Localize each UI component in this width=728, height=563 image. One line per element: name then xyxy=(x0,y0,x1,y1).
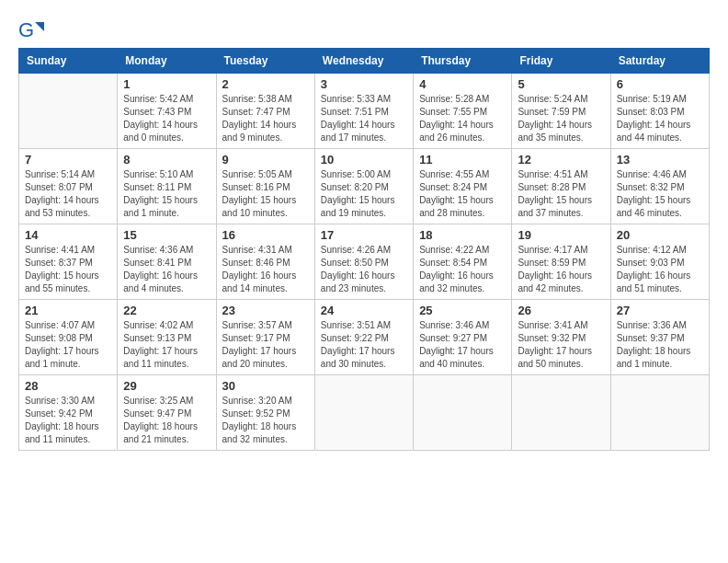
day-number: 19 xyxy=(518,228,604,242)
day-number: 18 xyxy=(419,228,506,242)
calendar-cell: 12Sunrise: 4:51 AM Sunset: 8:28 PM Dayli… xyxy=(512,149,610,224)
calendar-cell: 17Sunrise: 4:26 AM Sunset: 8:50 PM Dayli… xyxy=(314,224,413,300)
calendar-cell: 29Sunrise: 3:25 AM Sunset: 9:47 PM Dayli… xyxy=(118,375,216,451)
calendar-cell: 18Sunrise: 4:22 AM Sunset: 8:54 PM Dayli… xyxy=(414,224,512,300)
day-info: Sunrise: 4:12 AM Sunset: 9:03 PM Dayligh… xyxy=(617,244,703,295)
day-info: Sunrise: 5:05 AM Sunset: 8:16 PM Dayligh… xyxy=(222,168,309,220)
day-number: 25 xyxy=(419,304,506,317)
calendar-cell xyxy=(512,375,610,451)
calendar-cell: 22Sunrise: 4:02 AM Sunset: 9:13 PM Dayli… xyxy=(118,300,216,375)
day-number: 6 xyxy=(617,77,703,91)
day-number: 23 xyxy=(222,304,309,317)
week-row-1: 1Sunrise: 5:42 AM Sunset: 7:43 PM Daylig… xyxy=(19,74,710,149)
day-info: Sunrise: 4:26 AM Sunset: 8:50 PM Dayligh… xyxy=(321,244,407,295)
page-header: G xyxy=(18,18,710,44)
weekday-header-saturday: Saturday xyxy=(610,49,709,74)
calendar-body: 1Sunrise: 5:42 AM Sunset: 7:43 PM Daylig… xyxy=(19,74,710,451)
day-info: Sunrise: 4:02 AM Sunset: 9:13 PM Dayligh… xyxy=(123,319,210,371)
calendar-cell: 7Sunrise: 5:14 AM Sunset: 8:07 PM Daylig… xyxy=(19,149,118,224)
svg-text:G: G xyxy=(18,18,34,41)
week-row-2: 7Sunrise: 5:14 AM Sunset: 8:07 PM Daylig… xyxy=(19,149,710,224)
day-info: Sunrise: 3:30 AM Sunset: 9:42 PM Dayligh… xyxy=(25,395,111,446)
day-number: 29 xyxy=(123,379,210,393)
day-info: Sunrise: 3:57 AM Sunset: 9:17 PM Dayligh… xyxy=(222,319,309,371)
calendar-cell: 30Sunrise: 3:20 AM Sunset: 9:52 PM Dayli… xyxy=(216,375,314,451)
calendar-cell: 10Sunrise: 5:00 AM Sunset: 8:20 PM Dayli… xyxy=(314,149,413,224)
day-info: Sunrise: 5:14 AM Sunset: 8:07 PM Dayligh… xyxy=(25,168,111,220)
day-info: Sunrise: 4:51 AM Sunset: 8:28 PM Dayligh… xyxy=(518,168,604,220)
day-number: 17 xyxy=(321,228,407,242)
calendar-cell: 11Sunrise: 4:55 AM Sunset: 8:24 PM Dayli… xyxy=(414,149,512,224)
day-number: 8 xyxy=(123,153,210,167)
day-info: Sunrise: 4:07 AM Sunset: 9:08 PM Dayligh… xyxy=(25,319,111,371)
day-number: 1 xyxy=(123,77,210,91)
day-number: 5 xyxy=(518,77,604,91)
day-info: Sunrise: 5:28 AM Sunset: 7:55 PM Dayligh… xyxy=(419,93,506,144)
day-number: 3 xyxy=(321,77,407,91)
calendar-cell: 23Sunrise: 3:57 AM Sunset: 9:17 PM Dayli… xyxy=(216,300,314,375)
day-info: Sunrise: 4:17 AM Sunset: 8:59 PM Dayligh… xyxy=(518,244,604,295)
weekday-header-friday: Friday xyxy=(512,49,610,74)
day-number: 15 xyxy=(123,228,210,242)
calendar-cell: 21Sunrise: 4:07 AM Sunset: 9:08 PM Dayli… xyxy=(19,300,118,375)
calendar-cell: 25Sunrise: 3:46 AM Sunset: 9:27 PM Dayli… xyxy=(414,300,512,375)
calendar-cell: 14Sunrise: 4:41 AM Sunset: 8:37 PM Dayli… xyxy=(19,224,118,300)
day-info: Sunrise: 5:38 AM Sunset: 7:47 PM Dayligh… xyxy=(222,93,309,144)
day-info: Sunrise: 3:36 AM Sunset: 9:37 PM Dayligh… xyxy=(617,319,703,371)
day-info: Sunrise: 4:41 AM Sunset: 8:37 PM Dayligh… xyxy=(25,244,111,295)
weekday-header-thursday: Thursday xyxy=(414,49,512,74)
day-info: Sunrise: 3:41 AM Sunset: 9:32 PM Dayligh… xyxy=(518,319,604,371)
weekday-header-monday: Monday xyxy=(118,49,216,74)
day-info: Sunrise: 3:25 AM Sunset: 9:47 PM Dayligh… xyxy=(123,395,210,446)
day-info: Sunrise: 4:36 AM Sunset: 8:41 PM Dayligh… xyxy=(123,244,210,295)
day-number: 9 xyxy=(222,153,309,167)
calendar-cell: 3Sunrise: 5:33 AM Sunset: 7:51 PM Daylig… xyxy=(314,74,413,149)
day-number: 14 xyxy=(25,228,111,242)
day-number: 20 xyxy=(617,228,703,242)
day-info: Sunrise: 4:22 AM Sunset: 8:54 PM Dayligh… xyxy=(419,244,506,295)
weekday-header-wednesday: Wednesday xyxy=(314,49,413,74)
weekday-header-sunday: Sunday xyxy=(19,49,118,74)
day-number: 26 xyxy=(518,304,604,317)
day-number: 24 xyxy=(321,304,407,317)
day-number: 10 xyxy=(321,153,407,167)
week-row-3: 14Sunrise: 4:41 AM Sunset: 8:37 PM Dayli… xyxy=(19,224,710,300)
calendar-cell xyxy=(19,74,118,149)
day-info: Sunrise: 5:42 AM Sunset: 7:43 PM Dayligh… xyxy=(123,93,210,144)
calendar-cell: 2Sunrise: 5:38 AM Sunset: 7:47 PM Daylig… xyxy=(216,74,314,149)
calendar-cell: 13Sunrise: 4:46 AM Sunset: 8:32 PM Dayli… xyxy=(610,149,709,224)
calendar-cell: 8Sunrise: 5:10 AM Sunset: 8:11 PM Daylig… xyxy=(118,149,216,224)
calendar-cell: 5Sunrise: 5:24 AM Sunset: 7:59 PM Daylig… xyxy=(512,74,610,149)
day-info: Sunrise: 4:31 AM Sunset: 8:46 PM Dayligh… xyxy=(222,244,309,295)
calendar-cell: 9Sunrise: 5:05 AM Sunset: 8:16 PM Daylig… xyxy=(216,149,314,224)
day-number: 7 xyxy=(25,153,111,167)
calendar-cell xyxy=(414,375,512,451)
logo-icon: G xyxy=(18,18,44,44)
calendar-cell xyxy=(314,375,413,451)
day-number: 4 xyxy=(419,77,506,91)
day-info: Sunrise: 5:19 AM Sunset: 8:03 PM Dayligh… xyxy=(617,93,703,144)
calendar-cell: 4Sunrise: 5:28 AM Sunset: 7:55 PM Daylig… xyxy=(414,74,512,149)
day-info: Sunrise: 3:51 AM Sunset: 9:22 PM Dayligh… xyxy=(321,319,407,371)
day-number: 28 xyxy=(25,379,111,393)
calendar-cell: 26Sunrise: 3:41 AM Sunset: 9:32 PM Dayli… xyxy=(512,300,610,375)
calendar-cell: 24Sunrise: 3:51 AM Sunset: 9:22 PM Dayli… xyxy=(314,300,413,375)
week-row-4: 21Sunrise: 4:07 AM Sunset: 9:08 PM Dayli… xyxy=(19,300,710,375)
day-number: 11 xyxy=(419,153,506,167)
day-number: 30 xyxy=(222,379,309,393)
day-info: Sunrise: 5:24 AM Sunset: 7:59 PM Dayligh… xyxy=(518,93,604,144)
calendar-cell: 6Sunrise: 5:19 AM Sunset: 8:03 PM Daylig… xyxy=(610,74,709,149)
day-number: 21 xyxy=(25,304,111,317)
day-number: 12 xyxy=(518,153,604,167)
calendar-cell: 1Sunrise: 5:42 AM Sunset: 7:43 PM Daylig… xyxy=(118,74,216,149)
logo: G xyxy=(18,18,46,44)
weekday-header-row: SundayMondayTuesdayWednesdayThursdayFrid… xyxy=(19,49,710,74)
day-info: Sunrise: 5:33 AM Sunset: 7:51 PM Dayligh… xyxy=(321,93,407,144)
calendar-cell: 16Sunrise: 4:31 AM Sunset: 8:46 PM Dayli… xyxy=(216,224,314,300)
day-number: 22 xyxy=(123,304,210,317)
day-number: 27 xyxy=(617,304,703,317)
calendar-cell: 27Sunrise: 3:36 AM Sunset: 9:37 PM Dayli… xyxy=(610,300,709,375)
weekday-header-tuesday: Tuesday xyxy=(216,49,314,74)
calendar-cell: 15Sunrise: 4:36 AM Sunset: 8:41 PM Dayli… xyxy=(118,224,216,300)
day-info: Sunrise: 3:20 AM Sunset: 9:52 PM Dayligh… xyxy=(222,395,309,446)
